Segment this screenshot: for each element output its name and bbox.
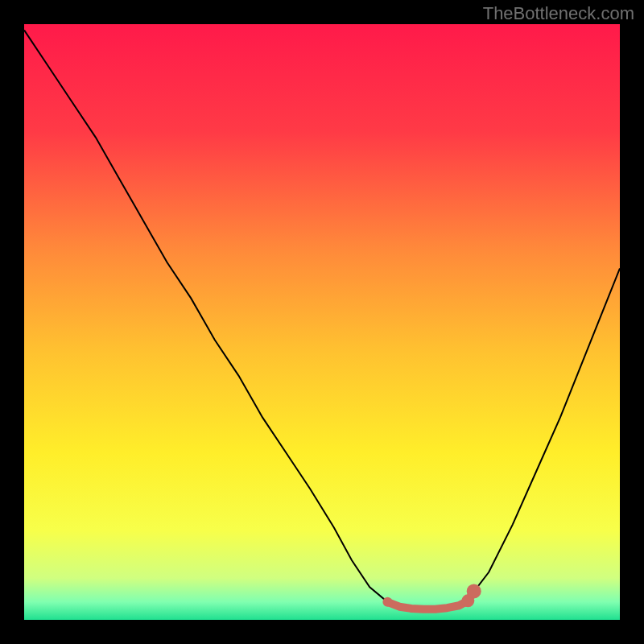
optimal-marker-point [382, 597, 392, 607]
optimal-marker-point [467, 584, 481, 598]
chart-background [24, 24, 620, 620]
attribution-text: TheBottleneck.com [483, 3, 634, 24]
chart-plot-area [24, 24, 620, 620]
chart-svg [24, 24, 620, 620]
